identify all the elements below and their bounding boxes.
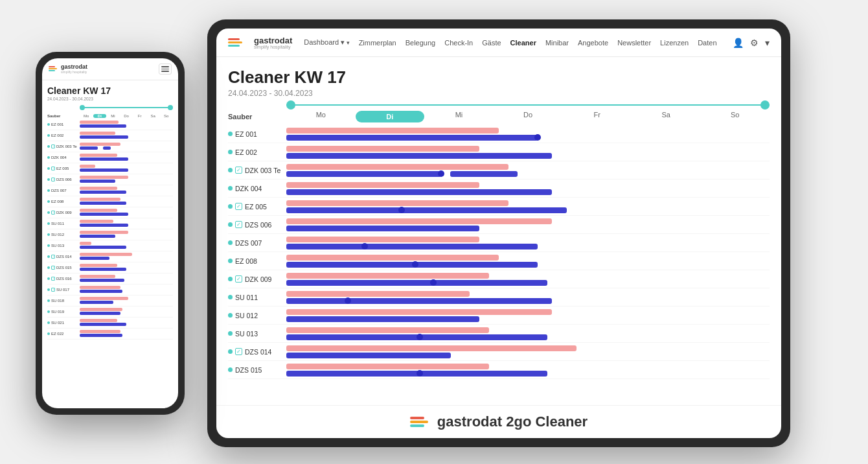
nav-minibar[interactable]: Minibar: [545, 39, 569, 47]
row-bars: [286, 345, 770, 358]
phone-track-line: [82, 107, 170, 108]
nav-checkin[interactable]: Check-In: [444, 39, 473, 47]
row-bars: [80, 154, 173, 161]
check-box: ✓: [235, 221, 242, 228]
settings-icon[interactable]: ⚙: [750, 38, 759, 48]
row-label: ✓ EZ 005: [47, 167, 80, 170]
phone-track-dot-left[interactable]: [80, 105, 85, 110]
blue-bar: [80, 257, 109, 260]
blue-bar: [80, 213, 128, 216]
row-bars: [80, 121, 173, 128]
blue-bar: [80, 312, 120, 315]
phone-device: gastrodat simplify hospitality Cleaner K…: [36, 52, 185, 415]
track-fill: [286, 104, 770, 106]
row-bars: [286, 364, 770, 377]
blue-bar: [80, 235, 115, 238]
nav-dashboard[interactable]: Dashboard ▾: [304, 38, 349, 47]
list-item: SU 013: [47, 240, 173, 251]
row-label: SU 012: [228, 312, 286, 319]
phone-timeline: [47, 105, 173, 110]
pink-bar: [286, 273, 489, 279]
nav-belegung[interactable]: Belegung: [405, 39, 436, 47]
user-icon[interactable]: 👤: [733, 38, 744, 48]
status-dot: [47, 167, 50, 170]
check-box: ✓: [235, 203, 242, 210]
check-box: ✓: [51, 266, 55, 270]
row-bars: [80, 308, 173, 315]
table-row: DZK 004: [228, 180, 770, 198]
row-label: ✓ DZS 016: [47, 277, 80, 281]
row-label: SU 011: [228, 294, 286, 301]
track-dot-right[interactable]: [760, 100, 770, 110]
row-label: SU 018: [47, 299, 80, 303]
nav-gaste[interactable]: Gäste: [482, 39, 501, 47]
tablet-content: Cleaner KW 17 24.04.2023 - 30.04.2023 Sa…: [216, 57, 781, 405]
row-label: EZ 001: [47, 122, 80, 126]
row-label: SU 012: [47, 233, 80, 237]
list-item: SU 021: [47, 318, 173, 329]
status-dot: [47, 200, 50, 203]
track-line[interactable]: [286, 104, 770, 106]
table-row: EZ 001: [228, 125, 770, 143]
nav-cleaner[interactable]: Cleaner: [510, 39, 536, 47]
table-row: EZ 008: [228, 252, 770, 270]
blue-bar: [286, 353, 451, 358]
phone-day-sa: Sa: [146, 114, 160, 118]
list-item: SU 018: [47, 296, 173, 307]
list-item: DZK 004: [47, 152, 173, 163]
table-row: ✓ EZ 005: [228, 198, 770, 216]
blue-bar: [80, 334, 122, 337]
row-label: DZK 004: [228, 185, 286, 192]
day-columns-header: Mo Di Mi Do Fr Sa So: [286, 111, 770, 122]
list-item: EZ 002: [47, 130, 173, 141]
phone-content: Cleaner KW 17 24.04.2023 - 30.04.2023 Sa…: [42, 80, 178, 409]
row-bars: [80, 176, 173, 183]
list-item: ✓ DZS 015: [47, 262, 173, 273]
schedule-grid: Sauber Mo Di Mi Do Fr Sa So: [228, 111, 770, 405]
status-dot: [47, 145, 50, 148]
row-bars: [286, 255, 770, 268]
blue-bar: [286, 262, 538, 268]
row-bars: [80, 242, 173, 249]
row-label: ✓ EZ 005: [228, 203, 286, 211]
pink-bar: [286, 218, 552, 224]
nav-daten[interactable]: Daten: [698, 39, 716, 47]
row-label: DZS 007: [47, 189, 80, 192]
hamburger-menu[interactable]: [159, 64, 172, 75]
tablet-device: gastrodat simplify hospitality Dashboard…: [207, 19, 790, 447]
row-label: ✓ DZK 003 Te: [47, 145, 80, 148]
phone-page-title: Cleaner KW 17: [47, 86, 173, 96]
list-item: ✓ DZK 003 Te: [47, 141, 173, 152]
nav-lizenzen[interactable]: Lizenzen: [660, 39, 689, 47]
row-label: EZ 001: [228, 130, 286, 138]
phone-brand-tagline: simplify hospitality: [61, 70, 155, 74]
status-dot: [228, 240, 233, 245]
status-dot: [47, 233, 50, 236]
list-item: SU 011: [47, 218, 173, 229]
nav-newsletter[interactable]: Newsletter: [617, 39, 651, 47]
blue-bar: [80, 290, 122, 293]
pink-bar: [80, 220, 113, 223]
pink-bar: [80, 154, 117, 157]
nav-zimmerplan[interactable]: Zimmerplan: [359, 39, 396, 47]
blue-bar: [286, 316, 479, 322]
row-bars: [286, 273, 770, 286]
status-dot: [228, 150, 233, 154]
status-dot: [47, 299, 50, 302]
track-dot-left[interactable]: [286, 100, 295, 110]
row-bars: [80, 198, 173, 205]
phone-day-do: Do: [120, 114, 133, 118]
table-row: ✓ DZS 014: [228, 343, 770, 361]
row-label: EZ 008: [47, 200, 80, 203]
nav-angebote[interactable]: Angebote: [578, 39, 608, 47]
phone-track-dot-right[interactable]: [168, 105, 173, 110]
chevron-down-icon[interactable]: ▾: [765, 38, 770, 48]
phone-screen: gastrodat simplify hospitality Cleaner K…: [42, 58, 178, 408]
day-mo: Mo: [286, 111, 356, 122]
status-dot: [228, 168, 233, 172]
pink-bar: [286, 364, 489, 369]
status-dot: [47, 123, 50, 126]
status-dot: [228, 222, 233, 227]
branding-logo: [410, 417, 428, 427]
check-box: ✓: [51, 255, 55, 259]
